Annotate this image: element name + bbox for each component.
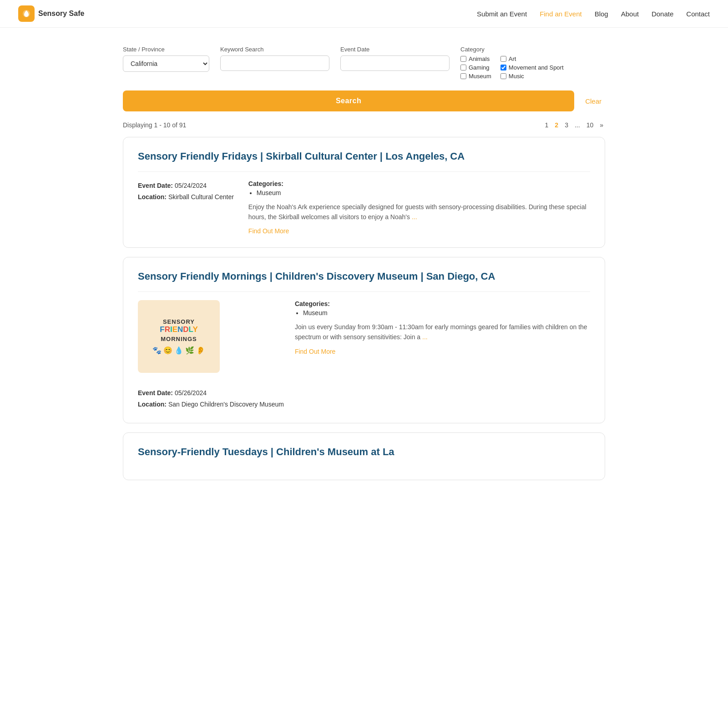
category-filter: Category Animals Art Gaming Movement and… bbox=[460, 46, 564, 80]
results-count: Displaying 1 - 10 of 91 bbox=[123, 121, 186, 129]
category-art[interactable]: Art bbox=[500, 55, 564, 62]
event-left-col-2: SENSORY FRIENDLY MORNINGS 🐾😊💧🌿👂 Event Da… bbox=[138, 300, 284, 410]
category-grid: Animals Art Gaming Movement and Sport Mu… bbox=[460, 55, 564, 80]
event-right-1: Categories: Museum Enjoy the Noah's Ark … bbox=[248, 180, 590, 235]
checkbox-art[interactable] bbox=[500, 56, 506, 62]
keyword-filter: Keyword Search bbox=[220, 46, 329, 71]
results-info: Displaying 1 - 10 of 91 1 2 3 ... 10 » bbox=[123, 120, 605, 130]
category-museum[interactable]: Museum bbox=[460, 73, 491, 80]
logo-text: Sensory Safe bbox=[38, 10, 84, 18]
main-nav: Submit an Event Find an Event Blog About… bbox=[477, 10, 710, 18]
page-ellipsis: ... bbox=[573, 120, 582, 130]
event-location-label-1: Location: bbox=[138, 193, 167, 201]
checkbox-music[interactable] bbox=[500, 73, 506, 79]
nav-blog[interactable]: Blog bbox=[595, 10, 608, 18]
event-date-2: 05/26/2024 bbox=[175, 389, 207, 397]
categories-label-1: Categories: bbox=[248, 180, 590, 187]
category-movement[interactable]: Movement and Sport bbox=[500, 64, 564, 71]
checkbox-movement[interactable] bbox=[500, 65, 506, 70]
event-left-1: Event Date: 05/24/2024 Location: Skirbal… bbox=[138, 180, 234, 203]
keyword-input[interactable] bbox=[220, 55, 329, 71]
page-3[interactable]: 3 bbox=[563, 120, 570, 130]
img-icons: 🐾😊💧🌿👂 bbox=[152, 346, 205, 355]
date-label: Event Date bbox=[340, 46, 450, 53]
page-2[interactable]: 2 bbox=[553, 120, 560, 130]
event-body-1: Event Date: 05/24/2024 Location: Skirbal… bbox=[138, 180, 590, 235]
event-date-1: 05/24/2024 bbox=[175, 182, 207, 189]
state-filter: State / Province California New York Tex… bbox=[123, 46, 209, 72]
categories-list-1: Museum bbox=[248, 189, 590, 196]
event-location-2: San Diego Children's Discovery Museum bbox=[168, 401, 284, 408]
img-line2: FRIENDLY bbox=[160, 325, 197, 334]
date-filter: Event Date bbox=[340, 46, 450, 71]
page-10[interactable]: 10 bbox=[585, 120, 596, 130]
event-description-2: Join us every Sunday from 9:30am - 11:30… bbox=[295, 322, 590, 342]
search-button[interactable]: Search bbox=[123, 90, 574, 111]
category-item-museum-2: Museum bbox=[303, 309, 590, 316]
event-body-2: SENSORY FRIENDLY MORNINGS 🐾😊💧🌿👂 Event Da… bbox=[138, 300, 590, 410]
checkbox-museum[interactable] bbox=[460, 73, 466, 79]
state-label: State / Province bbox=[123, 46, 209, 53]
find-out-more-1[interactable]: Find Out More bbox=[248, 227, 289, 235]
event-image-2: SENSORY FRIENDLY MORNINGS 🐾😊💧🌿👂 bbox=[138, 300, 220, 373]
nav-about[interactable]: About bbox=[621, 10, 639, 18]
event-title-1: Sensory Friendly Fridays | Skirball Cult… bbox=[138, 150, 590, 163]
category-label: Category bbox=[460, 46, 564, 53]
event-date-label-1: Event Date: bbox=[138, 182, 173, 189]
page-next[interactable]: » bbox=[598, 120, 605, 130]
categories-label-2: Categories: bbox=[295, 300, 590, 307]
pagination: 1 2 3 ... 10 » bbox=[543, 120, 605, 130]
checkbox-animals[interactable] bbox=[460, 56, 466, 62]
search-row: Search Clear bbox=[123, 90, 605, 111]
date-input[interactable] bbox=[340, 55, 450, 71]
category-music[interactable]: Music bbox=[500, 73, 564, 80]
filters-section: State / Province California New York Tex… bbox=[123, 46, 605, 80]
nav-find-event[interactable]: Find an Event bbox=[540, 10, 582, 18]
event-location-label-2: Location: bbox=[138, 401, 167, 408]
event-right-2: Categories: Museum Join us every Sunday … bbox=[295, 300, 590, 355]
event-card-3: Sensory-Friendly Tuesdays | Children's M… bbox=[123, 432, 605, 480]
event-card-2: Sensory Friendly Mornings | Children's D… bbox=[123, 257, 605, 423]
nav-donate[interactable]: Donate bbox=[652, 10, 673, 18]
category-item-museum-1: Museum bbox=[257, 189, 590, 196]
img-line1: SENSORY bbox=[163, 318, 195, 325]
logo-icon bbox=[18, 5, 35, 22]
event-title-2: Sensory Friendly Mornings | Children's D… bbox=[138, 270, 590, 283]
logo[interactable]: Sensory Safe bbox=[18, 5, 84, 22]
find-out-more-2[interactable]: Find Out More bbox=[295, 348, 335, 355]
img-line3: MORNINGS bbox=[161, 336, 197, 342]
nav-contact[interactable]: Contact bbox=[686, 10, 710, 18]
nav-submit-event[interactable]: Submit an Event bbox=[477, 10, 527, 18]
clear-button[interactable]: Clear bbox=[581, 95, 605, 107]
page-1[interactable]: 1 bbox=[543, 120, 551, 130]
event-description-1: Enjoy the Noah's Ark experience speciall… bbox=[248, 202, 590, 222]
event-location-1: Skirball Cultural Center bbox=[168, 193, 234, 201]
event-meta-1: Event Date: 05/24/2024 Location: Skirbal… bbox=[138, 180, 234, 203]
keyword-label: Keyword Search bbox=[220, 46, 329, 53]
checkbox-gaming[interactable] bbox=[460, 65, 466, 70]
category-gaming[interactable]: Gaming bbox=[460, 64, 491, 71]
event-title-3: Sensory-Friendly Tuesdays | Children's M… bbox=[138, 446, 590, 459]
category-animals[interactable]: Animals bbox=[460, 55, 491, 62]
event-card-1: Sensory Friendly Fridays | Skirball Cult… bbox=[123, 137, 605, 248]
state-select[interactable]: California New York Texas Florida bbox=[123, 55, 209, 72]
categories-list-2: Museum bbox=[295, 309, 590, 316]
event-meta-2: Event Date: 05/26/2024 Location: San Die… bbox=[138, 387, 284, 410]
event-date-label-2: Event Date: bbox=[138, 389, 173, 397]
